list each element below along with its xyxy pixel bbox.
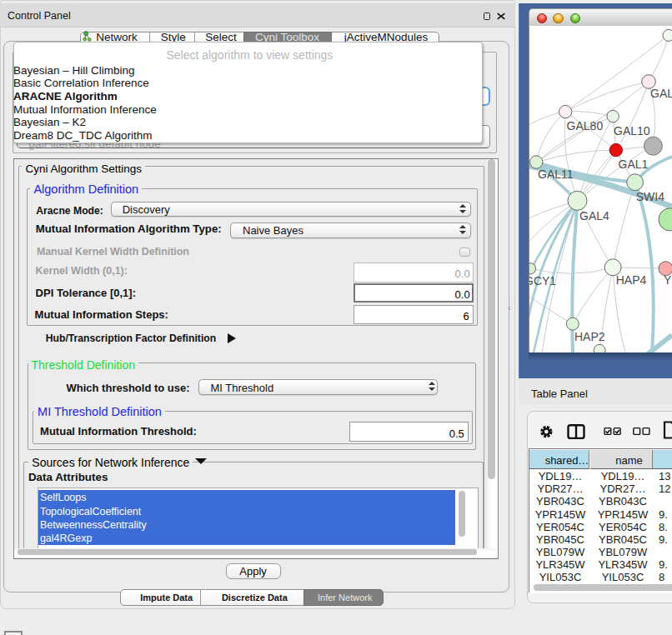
svg-text:GAL: GAL — [650, 87, 672, 100]
svg-text:HAP4: HAP4 — [616, 273, 647, 287]
svg-text:GAL80: GAL80 — [567, 119, 604, 132]
svg-text:GAL10: GAL10 — [614, 124, 650, 138]
svg-text:GAL11: GAL11 — [538, 168, 574, 181]
svg-text:GAL1: GAL1 — [619, 158, 649, 171]
svg-text:GAL4: GAL4 — [579, 209, 609, 222]
svg-text:GCY1: GCY1 — [529, 274, 556, 288]
svg-text:SWI4: SWI4 — [636, 190, 664, 203]
svg-text:Y: Y — [664, 273, 672, 287]
svg-text:HAP2: HAP2 — [574, 330, 605, 343]
